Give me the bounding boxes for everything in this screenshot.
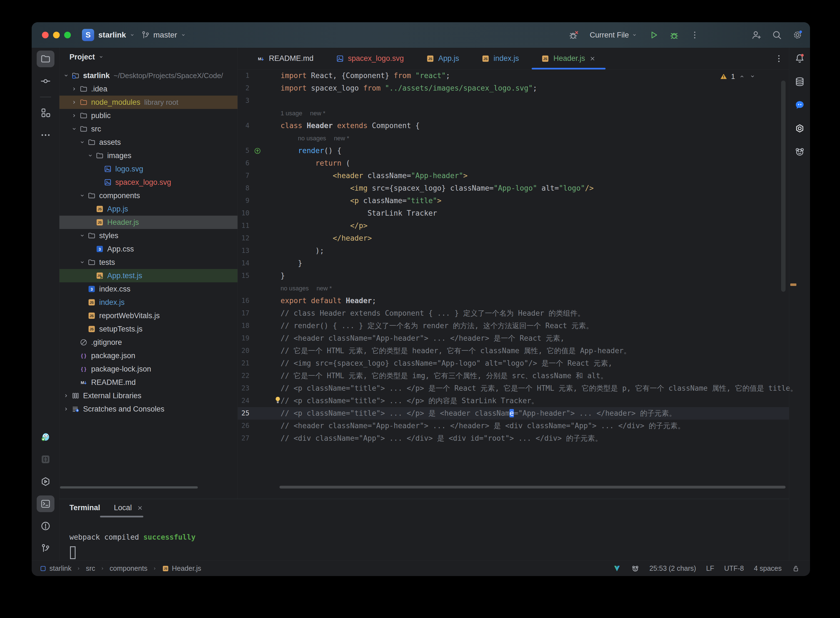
- caret-position-widget[interactable]: 25:53 (2 chars): [649, 565, 696, 572]
- tree-item-public[interactable]: public: [59, 109, 237, 122]
- file-writable-widget[interactable]: [792, 565, 800, 573]
- vim-mode-widget[interactable]: [613, 565, 621, 573]
- code-line-21[interactable]: 21// <img src={spacex_logo} className="A…: [238, 357, 789, 370]
- commit-tool-button[interactable]: [37, 73, 55, 89]
- chevron-right-icon[interactable]: [62, 392, 70, 399]
- chevron-right-icon[interactable]: [71, 99, 78, 106]
- tree-item-components[interactable]: components: [59, 189, 237, 202]
- tree-item-spacex-logo-svg[interactable]: spacex_logo.svg: [59, 175, 237, 189]
- tree-item-src[interactable]: src: [59, 122, 237, 135]
- tree-item-header-js[interactable]: JSHeader.js: [59, 215, 237, 229]
- go-plugin-button[interactable]: [37, 429, 55, 446]
- chevron-down-icon[interactable]: [62, 72, 70, 79]
- code-line-25[interactable]: 25// <p className="title"> ... </p> 是 <h…: [238, 407, 789, 420]
- code-line-2[interactable]: 2import spacex_logo from "../assets/imag…: [238, 82, 789, 95]
- tab-options-button[interactable]: [774, 53, 784, 64]
- close-icon[interactable]: [137, 504, 144, 512]
- tab-spacex-logo-svg[interactable]: spacex_logo.svg: [325, 48, 415, 69]
- code-line-5[interactable]: 5 render() {: [238, 144, 789, 157]
- file-encoding-widget[interactable]: UTF-8: [724, 565, 744, 572]
- tree-item-app-js[interactable]: JSApp.js: [59, 202, 237, 215]
- terminal-output[interactable]: webpack compiled successfully: [59, 517, 789, 560]
- tree-item-images[interactable]: images: [59, 149, 237, 162]
- code-line-3[interactable]: 3: [238, 95, 789, 107]
- database-tool-button[interactable]: [791, 73, 809, 90]
- chevron-right-icon[interactable]: [71, 85, 78, 92]
- mute-debugger-button[interactable]: [567, 29, 580, 42]
- code-line-1[interactable]: 1import React, {Component} from "react";: [238, 70, 789, 82]
- tree-item-reportwebvitals-js[interactable]: JSreportWebVitals.js: [59, 309, 237, 322]
- breadcrumb-header-js[interactable]: JSHeader.js: [162, 565, 201, 572]
- ai-assistant-button[interactable]: [791, 97, 809, 113]
- plugin-indicator-widget[interactable]: [631, 565, 640, 573]
- line-separator-widget[interactable]: LF: [706, 565, 714, 572]
- code-line-4[interactable]: 4class Header extends Component {: [238, 119, 789, 132]
- code-line-13[interactable]: 13 );: [238, 245, 789, 257]
- code-line-27[interactable]: 27// <div className="App"> ... </div> 是 …: [238, 432, 789, 444]
- zoom-button[interactable]: [64, 32, 71, 39]
- project-tool-button[interactable]: [37, 51, 55, 67]
- code-line-18[interactable]: 18// render() { ... } 定义了一个名为 render 的方法…: [238, 319, 789, 332]
- terminal-tool-button[interactable]: [37, 495, 55, 512]
- code-line-15[interactable]: 15}: [238, 270, 789, 282]
- chevron-down-icon[interactable]: [87, 152, 94, 159]
- chevron-right-icon[interactable]: [71, 112, 78, 119]
- bookmarks-tool-button[interactable]: [37, 451, 55, 468]
- error-stripe-warning-mark[interactable]: [790, 284, 796, 286]
- codegeex-plugin-button[interactable]: [791, 143, 809, 160]
- search-everywhere-button[interactable]: [770, 29, 783, 42]
- version-control-tool-button[interactable]: [37, 540, 55, 557]
- editor-horizontal-scrollbar[interactable]: [279, 486, 785, 489]
- code-line-19[interactable]: 19// <header className="App-header"> ...…: [238, 332, 789, 345]
- chevron-down-icon[interactable]: [79, 232, 86, 239]
- tab-index-js[interactable]: JSindex.js: [470, 48, 530, 69]
- branch-widget[interactable]: master: [141, 22, 187, 48]
- tree-item-setuptests-js[interactable]: JSsetupTests.js: [59, 322, 237, 336]
- tree-item-tests[interactable]: tests: [59, 256, 237, 269]
- tab-app-js[interactable]: JSApp.js: [415, 48, 470, 69]
- openai-plugin-button[interactable]: [791, 120, 809, 137]
- code-line-7[interactable]: 7 <header className="App-header">: [238, 169, 789, 182]
- structure-tool-button[interactable]: [37, 104, 55, 121]
- code-with-me-button[interactable]: [750, 29, 763, 42]
- code-line-24[interactable]: 24// <p className="title"> ... </p> 的内容是…: [238, 395, 789, 407]
- intention-bulb-icon[interactable]: [273, 395, 282, 404]
- tree-item-app-css[interactable]: 3App.css: [59, 242, 237, 256]
- code-line-8[interactable]: 8 <img src={spacex_logo} className="App-…: [238, 182, 789, 195]
- code-line-23[interactable]: 23// <p className="title"> ... </p> 是一个 …: [238, 382, 789, 395]
- chevron-down-icon[interactable]: [71, 125, 78, 132]
- code-line-26[interactable]: 26// <header className="App-header"> ...…: [238, 420, 789, 432]
- tree-item-node-modules[interactable]: node_moduleslibrary root: [59, 96, 237, 109]
- terminal-tab-local[interactable]: Local: [114, 504, 144, 512]
- close-icon[interactable]: [589, 55, 596, 62]
- override-gutter-icon[interactable]: [253, 147, 262, 155]
- tree-item-package-lock-json[interactable]: { }package-lock.json: [59, 362, 237, 376]
- project-horizontal-scrollbar[interactable]: [60, 486, 198, 489]
- tree-item-idea[interactable]: .idea: [59, 82, 237, 96]
- code-line-10[interactable]: 10 StarLink Tracker: [238, 207, 789, 220]
- chevron-down-icon[interactable]: [79, 259, 86, 266]
- breadcrumb-components[interactable]: components: [110, 565, 147, 572]
- tree-item-starlink[interactable]: starlink~/Desktop/Projects/SpaceX/Code/: [59, 69, 237, 82]
- run-configuration-select[interactable]: Current File: [590, 31, 638, 39]
- project-widget[interactable]: starlink: [98, 22, 135, 48]
- debug-button[interactable]: [668, 29, 681, 42]
- editor-vertical-scrollbar[interactable]: [781, 80, 785, 292]
- chevron-down-icon[interactable]: [79, 139, 86, 146]
- code-line-22[interactable]: 22// 它是一个 HTML 元素, 它的类型是 img, 它有三个属性, 分别…: [238, 370, 789, 382]
- indent-style-widget[interactable]: 4 spaces: [754, 565, 782, 572]
- tree-item-scratches-and-consoles[interactable]: Scratches and Consoles: [59, 403, 237, 416]
- previous-warning-button[interactable]: [738, 73, 745, 80]
- chevron-down-icon[interactable]: [79, 192, 86, 199]
- chevron-right-icon[interactable]: [62, 406, 70, 413]
- run-button[interactable]: [647, 29, 660, 42]
- tree-item-package-json[interactable]: { }package.json: [59, 349, 237, 362]
- inspections-widget[interactable]: 1: [720, 72, 756, 80]
- tree-item-assets[interactable]: assets: [59, 135, 237, 149]
- tree-item-app-test-js[interactable]: JSApp.test.js: [59, 269, 237, 282]
- code-line-12[interactable]: 12 </header>: [238, 232, 789, 245]
- tree-item-index-js[interactable]: JSindex.js: [59, 296, 237, 309]
- tree-item-external-libraries[interactable]: External Libraries: [59, 389, 237, 403]
- breadcrumb-src[interactable]: src: [86, 565, 95, 572]
- code-line-14[interactable]: 14 }: [238, 257, 789, 270]
